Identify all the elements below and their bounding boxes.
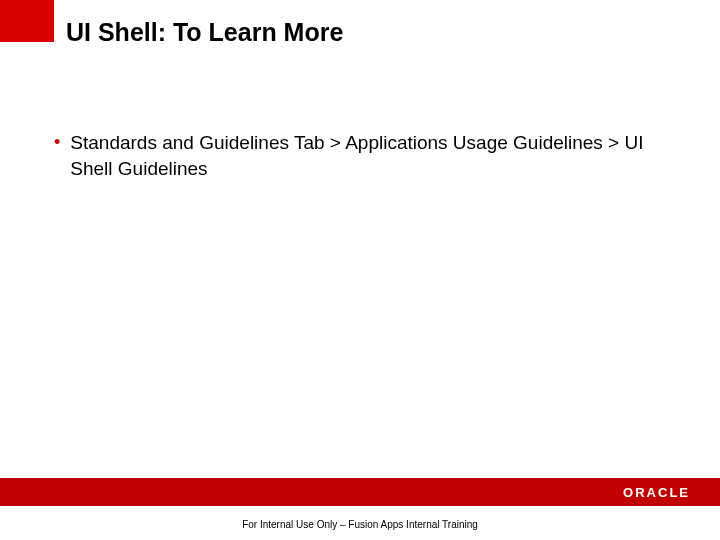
slide-title: UI Shell: To Learn More — [66, 18, 343, 47]
bullet-item: • Standards and Guidelines Tab > Applica… — [54, 130, 666, 182]
brand-accent-square — [0, 0, 54, 42]
footer-caption: For Internal Use Only – Fusion Apps Inte… — [0, 519, 720, 530]
footer-bar: ORACLE — [0, 478, 720, 506]
content-area: • Standards and Guidelines Tab > Applica… — [54, 130, 666, 182]
header-area: UI Shell: To Learn More — [0, 0, 720, 60]
oracle-logo: ORACLE — [623, 485, 690, 500]
bullet-dot-icon: • — [54, 130, 60, 154]
bullet-text: Standards and Guidelines Tab > Applicati… — [70, 130, 666, 182]
